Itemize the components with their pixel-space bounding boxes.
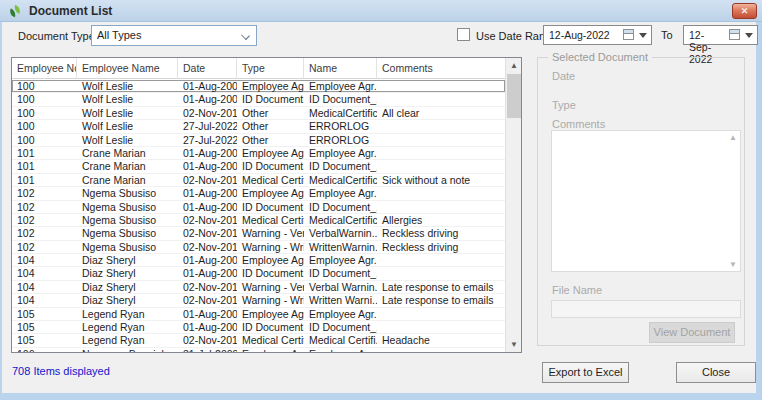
date-to-label: To — [661, 29, 673, 41]
table-cell: Ngwenya Bonginkosi — [77, 348, 178, 352]
close-window-button[interactable]: ✕ — [732, 3, 757, 19]
table-cell: ID Document — [237, 267, 304, 279]
selected-document-group: Selected Document Date Type Comments ▲ ▼… — [537, 57, 745, 346]
table-cell: 01-Aug-2008 — [178, 80, 237, 92]
table-row[interactable]: 100Wolf Leslie27-Jul-2022OtherERRORLOG — [12, 120, 505, 133]
table-cell — [377, 348, 505, 352]
table-cell: 01-Aug-2008 — [178, 147, 237, 159]
table-row[interactable]: 102Ngema Sbusiso01-Aug-2008ID DocumentID… — [12, 201, 505, 214]
table-row[interactable]: 100Wolf Leslie01-Aug-2008ID DocumentID D… — [12, 93, 505, 106]
column-header-employee-name[interactable]: Employee Name — [77, 58, 178, 79]
table-cell: Wolf Leslie — [77, 120, 178, 132]
table-cell: Ngema Sbusiso — [77, 227, 178, 239]
table-row[interactable]: 102Ngema Sbusiso02-Nov-2018Medical Certi… — [12, 214, 505, 227]
file-name-input[interactable] — [551, 300, 741, 318]
export-to-excel-button[interactable]: Export to Excel — [542, 362, 629, 383]
comments-textarea[interactable]: ▲ ▼ — [551, 130, 741, 272]
table-cell: Reckless driving — [377, 241, 505, 253]
column-header-comments[interactable]: Comments — [377, 58, 505, 79]
table-cell: 01-Aug-2008 — [178, 201, 237, 213]
table-row[interactable]: 102Ngema Sbusiso02-Nov-2018Warning - Wri… — [12, 241, 505, 254]
table-row[interactable]: 101Crane Marian01-Aug-2008ID DocumentID … — [12, 160, 505, 173]
table-cell: Employee Agree... — [237, 187, 304, 199]
table-cell: 102 — [12, 227, 77, 239]
table-row[interactable]: 102Ngema Sbusiso02-Nov-2018Warning - Ver… — [12, 227, 505, 240]
table-cell: 100 — [12, 93, 77, 105]
dropdown-arrow-icon[interactable] — [639, 33, 647, 38]
table-cell: Late response to emails — [377, 281, 505, 293]
calendar-icon — [623, 29, 634, 40]
table-cell: Crane Marian — [77, 147, 178, 159]
table-cell: 102 — [12, 187, 77, 199]
scroll-down-icon[interactable]: ▼ — [506, 337, 522, 352]
table-row[interactable]: 105Legend Ryan02-Nov-2018Medical Certifi… — [12, 334, 505, 347]
date-from-value: 12-Aug-2022 — [549, 29, 610, 41]
table-row[interactable]: 104Diaz Sheryl02-Nov-2018Warning - Verba… — [12, 281, 505, 294]
table-cell — [377, 267, 505, 279]
scroll-up-icon[interactable]: ▲ — [506, 58, 522, 73]
table-cell: 104 — [12, 254, 77, 266]
date-from-picker[interactable]: 12-Aug-2022 — [543, 25, 652, 45]
table-row[interactable]: 104Diaz Sheryl01-Aug-2008Employee Agree.… — [12, 254, 505, 267]
table-row[interactable]: 106Ngwenya Bonginkosi31-Jul-2008Employee… — [12, 348, 505, 352]
table-cell: ID Document — [237, 321, 304, 333]
document-type-select[interactable]: All Types — [91, 25, 257, 46]
table-cell: Other — [237, 107, 304, 119]
table-scrollbar[interactable]: ▲ ▼ — [505, 58, 521, 352]
table-cell: Employee Agr... — [304, 187, 377, 199]
table-cell: Medical Certificate — [237, 174, 304, 186]
table-cell: Headache — [377, 334, 505, 346]
date-to-picker[interactable]: 12-Sep-2022 — [683, 25, 758, 45]
table-cell: 101 — [12, 147, 77, 159]
use-date-range-checkbox[interactable] — [457, 28, 470, 41]
table-cell: MedicalCertific... — [304, 174, 377, 186]
table-cell: Wolf Leslie — [77, 93, 178, 105]
close-button[interactable]: Close — [676, 362, 756, 383]
column-header-employee-no[interactable]: Employee No — [12, 58, 77, 79]
table-cell: Employee Agree... — [237, 254, 304, 266]
table-cell — [377, 93, 505, 105]
document-table: Employee No Employee Name Date Type Name… — [11, 57, 522, 353]
table-row[interactable]: 100Wolf Leslie01-Aug-2008Employee Agree.… — [12, 80, 505, 93]
table-cell: ERRORLOG — [304, 120, 377, 132]
table-cell: Diaz Sheryl — [77, 294, 178, 306]
table-row[interactable]: 104Diaz Sheryl01-Aug-2008ID DocumentID D… — [12, 267, 505, 280]
dropdown-arrow-icon[interactable] — [745, 33, 753, 38]
column-header-type[interactable]: Type — [237, 58, 304, 79]
column-header-name[interactable]: Name — [304, 58, 377, 79]
scroll-down-icon: ▼ — [729, 260, 737, 269]
table-cell: Employee Agr... — [304, 348, 377, 352]
table-cell: Employee Agree... — [237, 308, 304, 320]
column-header-date[interactable]: Date — [178, 58, 237, 79]
table-cell: 100 — [12, 134, 77, 146]
table-cell: ID Document — [237, 160, 304, 172]
table-row[interactable]: 101Crane Marian02-Nov-2018Medical Certif… — [12, 174, 505, 187]
calendar-icon — [729, 29, 740, 40]
table-cell: Employee Agr... — [304, 254, 377, 266]
table-row[interactable]: 100Wolf Leslie02-Nov-2018OtherMedicalCer… — [12, 107, 505, 120]
table-row[interactable]: 105Legend Ryan01-Aug-2008ID DocumentID D… — [12, 321, 505, 334]
table-cell: 01-Aug-2008 — [178, 254, 237, 266]
table-cell — [377, 147, 505, 159]
table-cell: Reckless driving — [377, 227, 505, 239]
table-row[interactable]: 102Ngema Sbusiso01-Aug-2008Employee Agre… — [12, 187, 505, 200]
table-cell: All clear — [377, 107, 505, 119]
table-cell: Employee Agree... — [237, 147, 304, 159]
window-border-left — [0, 22, 2, 400]
view-document-button[interactable]: View Document — [649, 322, 735, 343]
table-row[interactable]: 104Diaz Sheryl02-Nov-2018Warning - Writt… — [12, 294, 505, 307]
table-header: Employee No Employee Name Date Type Name… — [12, 58, 505, 79]
table-row[interactable]: 105Legend Ryan01-Aug-2008Employee Agree.… — [12, 308, 505, 321]
table-cell: Ngema Sbusiso — [77, 214, 178, 226]
window-border-bottom — [0, 393, 762, 400]
table-cell — [377, 187, 505, 199]
table-row[interactable]: 101Crane Marian01-Aug-2008Employee Agree… — [12, 147, 505, 160]
table-cell: 27-Jul-2022 — [178, 120, 237, 132]
scrollbar-thumb[interactable] — [507, 74, 521, 118]
table-cell: Legend Ryan — [77, 334, 178, 346]
table-row[interactable]: 100Wolf Leslie27-Jul-2022OtherERRORLOG — [12, 134, 505, 147]
table-cell: Wolf Leslie — [77, 134, 178, 146]
table-cell: 02-Nov-2018 — [178, 107, 237, 119]
table-cell — [377, 134, 505, 146]
table-cell: 104 — [12, 294, 77, 306]
